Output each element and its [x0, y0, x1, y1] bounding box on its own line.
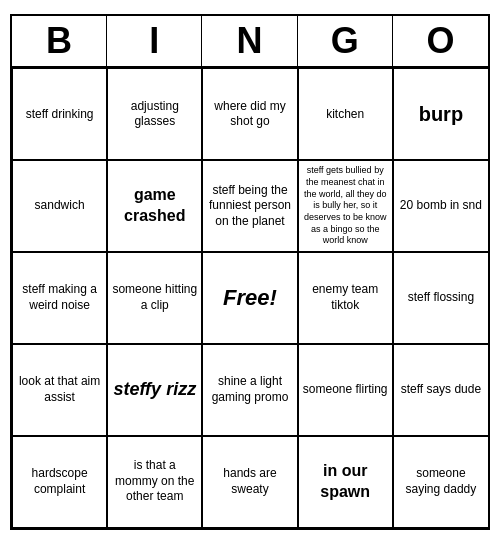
bingo-cell-18: someone flirting — [298, 344, 393, 436]
bingo-cell-13: enemy team tiktok — [298, 252, 393, 344]
bingo-letter-g: G — [298, 16, 393, 66]
bingo-cell-9: 20 bomb in snd — [393, 160, 488, 252]
bingo-cell-19: steff says dude — [393, 344, 488, 436]
bingo-cell-21: is that a mommy on the other team — [107, 436, 202, 528]
bingo-cell-7: steff being the funniest person on the p… — [202, 160, 297, 252]
bingo-cell-23: in our spawn — [298, 436, 393, 528]
bingo-cell-8: steff gets bullied by the meanest chat i… — [298, 160, 393, 252]
bingo-cell-4: burp — [393, 68, 488, 160]
bingo-cell-1: adjusting glasses — [107, 68, 202, 160]
bingo-letter-n: N — [202, 16, 297, 66]
bingo-cell-15: look at that aim assist — [12, 344, 107, 436]
bingo-cell-16: steffy rizz — [107, 344, 202, 436]
bingo-card: BINGO steff drinkingadjusting glasseswhe… — [10, 14, 490, 529]
bingo-cell-3: kitchen — [298, 68, 393, 160]
bingo-cell-5: sandwich — [12, 160, 107, 252]
bingo-grid: steff drinkingadjusting glasseswhere did… — [12, 68, 488, 527]
bingo-letter-b: B — [12, 16, 107, 66]
bingo-cell-10: steff making a weird noise — [12, 252, 107, 344]
bingo-cell-0: steff drinking — [12, 68, 107, 160]
bingo-cell-22: hands are sweaty — [202, 436, 297, 528]
bingo-cell-17: shine a light gaming promo — [202, 344, 297, 436]
bingo-cell-11: someone hitting a clip — [107, 252, 202, 344]
bingo-cell-24: someone saying daddy — [393, 436, 488, 528]
bingo-cell-20: hardscope complaint — [12, 436, 107, 528]
bingo-header: BINGO — [12, 16, 488, 68]
bingo-letter-o: O — [393, 16, 488, 66]
bingo-cell-2: where did my shot go — [202, 68, 297, 160]
bingo-cell-6: game crashed — [107, 160, 202, 252]
bingo-letter-i: I — [107, 16, 202, 66]
bingo-cell-12: Free! — [202, 252, 297, 344]
bingo-cell-14: steff flossing — [393, 252, 488, 344]
